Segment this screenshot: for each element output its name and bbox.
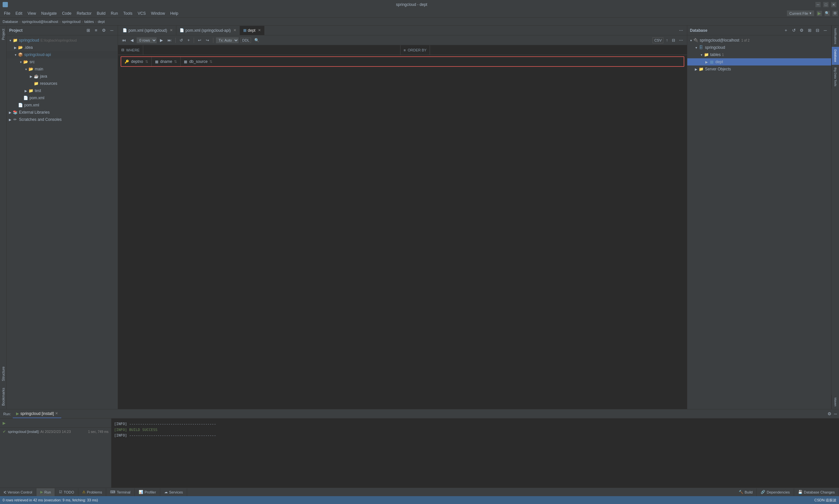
menu-tools[interactable]: Tools xyxy=(121,9,135,17)
breadcrumb-table[interactable]: dept xyxy=(98,20,105,23)
structure-vertical-tab[interactable]: Structure xyxy=(0,363,6,384)
notifications-tab[interactable]: Notifications xyxy=(832,25,839,47)
menu-view[interactable]: View xyxy=(25,9,39,17)
dependencies-tab[interactable]: 🔗 Dependencies xyxy=(757,488,794,496)
db-schema-button[interactable]: ⊞ xyxy=(806,27,813,34)
tree-item-root[interactable]: ▾ 📁 springcloud E:\logback\springcloud xyxy=(6,37,118,44)
bottom-services-tab[interactable]: ☁ Services xyxy=(160,488,187,496)
sort-dbsource-button[interactable]: ⇅ xyxy=(209,59,212,64)
bottom-problems-tab[interactable]: ⚠ Problems xyxy=(78,488,106,496)
menu-code[interactable]: Code xyxy=(59,9,74,17)
db-tree-server-objects[interactable]: ▶ 📁 Server Objects xyxy=(687,66,831,73)
tab-close-pom-springcloud[interactable]: ✕ xyxy=(170,28,173,32)
orderby-input-section[interactable] xyxy=(430,45,687,55)
run-button[interactable]: ▶ xyxy=(817,11,822,16)
menu-file[interactable]: File xyxy=(1,9,13,17)
db-add-button[interactable]: + xyxy=(783,27,789,34)
breadcrumb-database[interactable]: Database xyxy=(3,20,18,23)
nav-last-button[interactable]: ⏭ xyxy=(166,37,173,43)
nav-first-button[interactable]: ⏮ xyxy=(121,37,127,43)
tree-item-src[interactable]: ▾ 📂 src xyxy=(6,58,118,66)
tree-item-pom-root[interactable]: 📄 pom.xml xyxy=(6,102,118,109)
db-filter-panel-button[interactable]: ⊟ xyxy=(814,27,821,34)
database-side-tab[interactable]: Database xyxy=(832,47,839,65)
bottom-terminal-tab[interactable]: ⌨ Terminal xyxy=(106,488,135,496)
bookmarks-vertical-tab[interactable]: Bookmarks xyxy=(0,384,6,409)
nav-next-button[interactable]: ▶ xyxy=(159,37,164,43)
build-tab[interactable]: 🔨 Build xyxy=(735,488,757,496)
project-scope-button[interactable]: ⊞ xyxy=(85,27,91,34)
breadcrumb-schema[interactable]: springcloud xyxy=(62,20,80,23)
run-item-springcloud[interactable]: ✔ springcloud [install]: At 2023/2/23 14… xyxy=(0,428,111,435)
upload-button[interactable]: ↑ xyxy=(665,37,669,43)
bottom-settings-button[interactable]: ⚙ xyxy=(827,411,832,416)
big-data-tools-tab[interactable]: Big Data Tools xyxy=(832,65,839,89)
col-deptno[interactable]: 🔑 deptno ⇅ xyxy=(121,57,152,66)
search-everywhere-button[interactable]: 🔍 xyxy=(825,11,830,16)
menu-vcs[interactable]: VCS xyxy=(135,9,148,17)
db-tree-tables[interactable]: ▾ 📁 tables 1 xyxy=(687,51,831,58)
bottom-version-control-tab[interactable]: ⑆ Version Control xyxy=(0,488,36,496)
where-input-section[interactable] xyxy=(143,45,401,55)
tree-item-springcloud-api[interactable]: ▾ 📦 springcloud-api xyxy=(6,51,118,58)
menu-build[interactable]: Build xyxy=(94,9,108,17)
db-panel-more-button[interactable]: ─ xyxy=(822,27,828,34)
nav-prev-button[interactable]: ◀ xyxy=(129,37,135,43)
bottom-todo-tab[interactable]: ☑ TODO xyxy=(55,488,78,496)
current-file-selector[interactable]: Current File ▾ xyxy=(787,11,814,16)
minimize-button[interactable]: ─ xyxy=(816,2,821,7)
maven-tab[interactable]: Maven xyxy=(832,395,839,409)
tab-pom-springcloud[interactable]: 📄 pom.xml (springcloud) ✕ xyxy=(119,26,176,35)
tree-item-test[interactable]: ▶ 📁 test xyxy=(6,87,118,94)
tree-item-java[interactable]: ▶ ☕ java xyxy=(6,73,118,80)
project-settings-button[interactable]: ⚙ xyxy=(101,27,107,34)
reload-button[interactable]: ↺ xyxy=(178,37,184,43)
rows-count-select[interactable]: 0 rows xyxy=(137,37,157,43)
tx-mode-select[interactable]: Tx: Auto xyxy=(216,37,239,43)
ddl-button[interactable]: DDL xyxy=(241,38,251,43)
maximize-button[interactable]: □ xyxy=(823,2,828,7)
settings-button[interactable]: ⚙ xyxy=(833,11,838,16)
tab-close-dept[interactable]: ✕ xyxy=(258,28,261,32)
add-row-button[interactable]: + xyxy=(186,37,191,43)
db-tree-springcloud[interactable]: ▾ 🗄 springcloud xyxy=(687,44,831,51)
search-button[interactable]: 🔍 xyxy=(253,37,261,43)
menu-run[interactable]: Run xyxy=(108,9,121,17)
breadcrumb-tables[interactable]: tables xyxy=(84,20,94,23)
project-vertical-tab[interactable]: Project xyxy=(0,25,6,43)
db-refresh-button[interactable]: ↺ xyxy=(790,27,797,34)
filter-button[interactable]: ⊟ xyxy=(670,37,677,43)
db-changes-tab[interactable]: 💾 Database Changes xyxy=(794,488,839,496)
bottom-minimize-button[interactable]: ─ xyxy=(834,411,838,416)
tree-item-scratches[interactable]: ▶ ✏ Scratches and Consoles xyxy=(6,116,118,123)
menu-window[interactable]: Window xyxy=(148,9,168,17)
export-csv-button[interactable]: CSV xyxy=(652,37,663,43)
tree-item-main[interactable]: ▾ 📂 main xyxy=(6,66,118,73)
sort-deptno-button[interactable]: ⇅ xyxy=(145,59,148,64)
tree-item-pom-api[interactable]: 📄 pom.xml xyxy=(6,94,118,102)
breadcrumb-connection[interactable]: springcloud@localhost xyxy=(22,20,58,23)
tree-item-extlibs[interactable]: ▶ 📚 External Libraries xyxy=(6,109,118,116)
bottom-tab-run[interactable]: ▶ springcloud [install] ✕ xyxy=(13,409,61,418)
tab-more-button[interactable]: ⋯ xyxy=(677,28,686,33)
sort-dname-button[interactable]: ⇅ xyxy=(174,59,177,64)
db-tree-connection[interactable]: ▾ 🔌 springcloud@localhost 1 of 2 xyxy=(687,37,831,44)
tree-item-idea[interactable]: ▶ 📂 .idea xyxy=(6,44,118,51)
redo-button[interactable]: ↪ xyxy=(205,37,210,43)
col-dname[interactable]: ▦ dname ⇅ xyxy=(152,57,181,66)
close-button[interactable]: ✕ xyxy=(831,2,836,7)
menu-help[interactable]: Help xyxy=(168,9,181,17)
project-collapse-button[interactable]: ≡ xyxy=(93,27,99,34)
tab-pom-api[interactable]: 📄 pom.xml (springcloud-api) ✕ xyxy=(176,26,240,35)
menu-navigate[interactable]: Navigate xyxy=(39,9,59,17)
tree-item-resources[interactable]: 📁 resources xyxy=(6,80,118,87)
tab-close-pom-api[interactable]: ✕ xyxy=(233,28,236,32)
db-tree-dept[interactable]: ▶ ▦ dept xyxy=(687,58,831,66)
undo-button[interactable]: ↩ xyxy=(197,37,203,43)
tab-dept[interactable]: ▦ dept ✕ xyxy=(240,26,264,35)
run-tab-close[interactable]: ✕ xyxy=(55,411,58,416)
db-properties-button[interactable]: ⚙ xyxy=(798,27,805,34)
menu-refactor[interactable]: Refactor xyxy=(74,9,94,17)
col-db-source[interactable]: ▦ db_source ⇅ xyxy=(180,57,216,66)
db-more-button[interactable]: ⋯ xyxy=(678,37,684,43)
